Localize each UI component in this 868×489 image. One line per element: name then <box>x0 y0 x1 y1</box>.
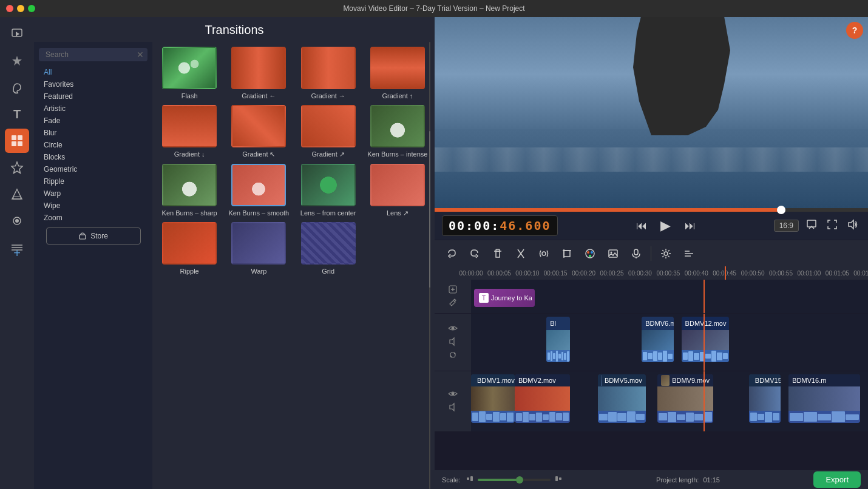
undo-button[interactable] <box>442 244 461 263</box>
search-bar: ✕ <box>39 48 147 61</box>
play-button[interactable]: ▶ <box>656 216 676 235</box>
timeline-area: 00:00:00 00:00:05 00:00:10 00:00:15 00:0… <box>435 266 868 489</box>
progress-handle[interactable] <box>777 206 785 214</box>
export-button[interactable]: Export <box>813 471 861 488</box>
category-circle[interactable]: Circle <box>34 139 152 151</box>
main-clip-bdmv15[interactable]: BDMV15.mov <box>749 374 781 423</box>
maximize-button[interactable] <box>28 5 35 12</box>
main-clip-bdmv2[interactable]: BDMV2.mov <box>515 374 571 423</box>
wb1 <box>472 413 478 421</box>
svg-marker-42 <box>450 338 454 345</box>
category-blocks[interactable]: Blocks <box>34 151 152 163</box>
main-video-track-content: BDMV1.mov <box>471 371 868 431</box>
category-featured[interactable]: Featured <box>34 90 152 103</box>
upper-track-visibility-icon[interactable] <box>448 323 458 335</box>
search-input[interactable] <box>46 50 137 59</box>
delete-button[interactable] <box>488 244 507 263</box>
time-65: 00:01:05 <box>826 270 849 277</box>
tool-stickers[interactable] <box>5 155 29 180</box>
minimize-button[interactable] <box>17 5 24 12</box>
main-clip-bdmv1[interactable]: BDMV1.mov <box>471 374 515 423</box>
upper-clip-bdmv12[interactable]: BDMV12.mov <box>682 317 729 362</box>
svg-point-10 <box>15 219 19 223</box>
cut-button[interactable] <box>511 244 531 263</box>
tool-transitions[interactable] <box>5 129 29 153</box>
audio-record-button[interactable] <box>626 244 646 263</box>
scale-track[interactable] <box>478 479 551 481</box>
color-button[interactable] <box>580 244 600 263</box>
properties-button[interactable] <box>679 244 699 263</box>
skip-to-start-button[interactable]: ⏮ <box>632 216 651 235</box>
category-geometric[interactable]: Geometric <box>34 163 152 175</box>
help-button[interactable]: ? <box>846 22 863 39</box>
crop-button[interactable] <box>557 244 577 263</box>
transition-warp[interactable]: Warp <box>226 222 291 275</box>
volume-button[interactable] <box>845 217 861 235</box>
transition-gradient-up[interactable]: Gradient ↑ <box>365 47 430 100</box>
main-track-visibility-icon[interactable] <box>448 389 458 400</box>
title-clip[interactable]: T Journey to Ka <box>474 289 535 307</box>
main-clip-bdmv16[interactable]: BDMV16.m <box>788 374 860 423</box>
transition-ripple[interactable]: Ripple <box>157 222 222 275</box>
tool-media[interactable] <box>5 22 29 46</box>
close-button[interactable] <box>6 5 13 12</box>
transition-kb-sharp[interactable]: Ken Burns – sharp <box>157 164 222 217</box>
transition-grid[interactable]: Grid <box>296 222 361 275</box>
time-35: 00:00:35 <box>656 270 680 277</box>
store-button[interactable]: Store <box>46 228 141 244</box>
main-clip-bdmv9[interactable]: BDMV9.mov <box>657 374 713 423</box>
export-frame-button[interactable] <box>804 217 819 235</box>
scale-label: Scale: <box>442 476 461 484</box>
scale-plus-icon <box>554 474 563 485</box>
traffic-lights <box>6 5 35 12</box>
category-wipe[interactable]: Wipe <box>34 200 152 212</box>
category-warp[interactable]: Warp <box>34 187 152 200</box>
category-artistic[interactable]: Artistic <box>34 103 152 115</box>
image-button[interactable] <box>603 244 623 263</box>
transition-kb-intense[interactable]: Ken Burns – intense <box>365 105 430 158</box>
redo-button[interactable] <box>465 244 484 263</box>
scale-thumb[interactable] <box>516 476 523 484</box>
transition-gradient-diag1[interactable]: Gradient ↖ <box>226 105 291 158</box>
w4 <box>556 351 558 362</box>
upper-track-link-icon[interactable] <box>448 350 458 362</box>
transition-lens[interactable]: Lens ↗ <box>365 164 430 217</box>
wb11 <box>543 414 549 420</box>
category-favorites[interactable]: Favorites <box>34 78 152 90</box>
tool-transform[interactable] <box>5 182 29 206</box>
transition-lens-center[interactable]: Lens – from center <box>296 164 361 217</box>
upper-clip-bdmv6[interactable]: BDMV6.mov <box>642 317 673 362</box>
transition-flash-label: Flash <box>181 92 198 100</box>
time-60: 00:01:00 <box>797 270 821 277</box>
svg-point-22 <box>542 252 546 255</box>
upper-clip-bl[interactable]: Bl <box>546 317 570 362</box>
category-blur[interactable]: Blur <box>34 127 152 139</box>
upper-track-audio-icon[interactable] <box>448 337 458 348</box>
transition-gradient-left[interactable]: Gradient ← <box>226 47 291 100</box>
skip-to-end-button[interactable]: ⏭ <box>680 216 700 235</box>
tool-record[interactable] <box>5 209 29 233</box>
transition-ripple-thumb <box>162 222 217 265</box>
settings-button[interactable] <box>656 244 676 263</box>
transition-gradient-down[interactable]: Gradient ↓ <box>157 105 222 158</box>
transition-gradient-right[interactable]: Gradient → <box>296 47 361 100</box>
timecode-value: 46.600 <box>500 218 551 233</box>
transition-kb-smooth[interactable]: Ken Burns – smooth <box>226 164 291 217</box>
category-all[interactable]: All <box>34 66 152 78</box>
tool-effects[interactable] <box>5 49 29 73</box>
category-zoom[interactable]: Zoom <box>34 212 152 224</box>
tool-color[interactable] <box>5 75 29 99</box>
transition-lens-center-thumb <box>301 164 356 206</box>
main-track-audio-icon[interactable] <box>448 402 458 414</box>
search-clear-button[interactable]: ✕ <box>137 50 144 59</box>
category-ripple[interactable]: Ripple <box>34 175 152 187</box>
transition-flash[interactable]: Flash <box>157 47 222 100</box>
fullscreen-button[interactable] <box>824 217 840 235</box>
transition-gradient-diag2[interactable]: Gradient ↗ <box>296 105 361 158</box>
main-clip-bdmv5[interactable]: BDMV5.mov <box>598 374 645 423</box>
tool-titles[interactable]: T <box>5 102 29 126</box>
svg-marker-6 <box>12 162 22 174</box>
rotate-button[interactable] <box>534 244 554 263</box>
category-fade[interactable]: Fade <box>34 115 152 127</box>
playback-progress[interactable] <box>435 208 868 212</box>
